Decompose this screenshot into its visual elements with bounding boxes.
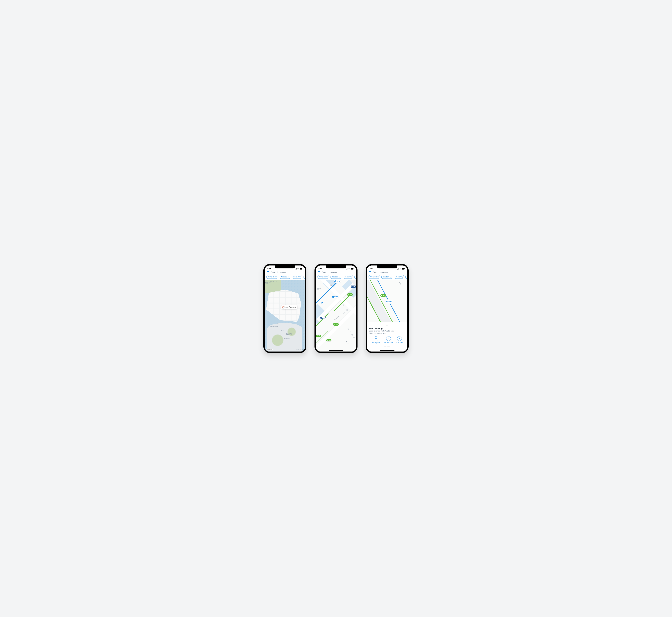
lot-marker[interactable]: P$8 bbox=[351, 285, 356, 288]
status-right bbox=[295, 268, 302, 270]
wifi-icon bbox=[297, 268, 299, 270]
set-parking-button[interactable]: Set as parking location bbox=[371, 336, 381, 345]
wifi-icon bbox=[400, 268, 401, 270]
free-parking-marker[interactable]: P16h bbox=[347, 293, 353, 296]
filter-duration[interactable]: Duration: 1h bbox=[330, 275, 342, 279]
lot-marker[interactable]: P$8.25 bbox=[320, 317, 326, 319]
filter-row[interactable]: Arrival: Now Duration: 1h Price: Any Typ bbox=[316, 274, 356, 280]
label-burlingame: BURLINGAME bbox=[296, 349, 304, 351]
notch bbox=[326, 265, 346, 268]
label-sanbruno: SAN BRUNO bbox=[283, 338, 290, 339]
sheet-handle-icon[interactable]: ︿ bbox=[369, 324, 405, 326]
meter-marker-dim[interactable]: ◔1h bbox=[317, 287, 322, 290]
chevron-down-icon: ⌄ bbox=[369, 348, 405, 349]
meter-marker[interactable]: ◔$2.50 bbox=[332, 295, 339, 298]
marker-time: 12h bbox=[383, 295, 385, 296]
filter-arrival[interactable]: Arrival: Now bbox=[317, 275, 329, 279]
see-more-button[interactable]: See more ⌄ bbox=[369, 346, 405, 349]
lot-price: $8 bbox=[353, 286, 355, 287]
signal-icon bbox=[295, 268, 297, 269]
phone-frame-1: 9:41 Search for parking Arrival: Now Dur… bbox=[263, 264, 306, 353]
filter-price[interactable]: Price: Any bbox=[343, 275, 353, 279]
no-parking-icon bbox=[350, 331, 351, 333]
land-bottom bbox=[267, 323, 302, 352]
phone-frame-2: 9:41 Search for parking Arrival: Now Dur… bbox=[314, 264, 358, 353]
screen-3: 9:41 Search for parking Arrival: Now Dur… bbox=[367, 265, 407, 352]
status-time: 9:41 bbox=[318, 268, 322, 270]
filter-arrival[interactable]: Arrival: Now bbox=[266, 275, 278, 279]
home-indicator[interactable] bbox=[380, 350, 395, 351]
menu-icon[interactable] bbox=[318, 271, 320, 273]
filter-type[interactable]: Typ bbox=[303, 275, 305, 279]
marker-time: 16h bbox=[350, 294, 352, 295]
marker-time: 16h bbox=[336, 324, 338, 325]
bottom-sheet[interactable]: ︿ Free of charge Street Cleaning starts … bbox=[367, 322, 407, 352]
no-parking-icon bbox=[343, 304, 344, 306]
no-parking-icon bbox=[348, 328, 349, 330]
home-indicator[interactable] bbox=[328, 350, 344, 351]
filter-arrival[interactable]: Arrival: Now bbox=[369, 275, 380, 279]
clock-icon: ◔ bbox=[316, 335, 318, 337]
search-input[interactable]: Search for parking bbox=[322, 271, 354, 273]
filter-type[interactable]: Typ bbox=[405, 275, 407, 279]
status-right bbox=[397, 268, 405, 270]
meter-marker[interactable]: ◔$2.50 bbox=[386, 300, 393, 303]
car-icon bbox=[374, 336, 378, 341]
meter-marker[interactable]: ◔$2.50 bbox=[334, 280, 341, 282]
search-input[interactable]: Search for parking bbox=[373, 271, 405, 273]
get-directions-button[interactable]: Get directions bbox=[384, 336, 393, 345]
mapbox-attribution[interactable]: ◎ mapbox bbox=[266, 349, 273, 351]
status-right bbox=[346, 268, 354, 270]
action-label: Set as parking location bbox=[371, 342, 381, 345]
sheet-subtitle-1: Street Cleaning starts Aug 13 8am bbox=[369, 330, 405, 332]
battery-icon bbox=[402, 268, 405, 269]
sheet-title: Free of charge bbox=[369, 327, 405, 330]
filter-row[interactable]: Arrival: Now Duration: 1h Price: Any Typ bbox=[367, 274, 407, 280]
map-area-detail[interactable]: Haight P12h ◔$2.50 ︿ Free of charge Stre… bbox=[367, 280, 407, 352]
menu-icon[interactable] bbox=[369, 271, 371, 273]
no-parking-icon bbox=[344, 313, 345, 314]
signal-icon bbox=[346, 268, 348, 269]
marker-time: 6h bbox=[329, 340, 330, 341]
status-time: 9:41 bbox=[267, 268, 271, 270]
street-label-howard: Howard St bbox=[334, 316, 339, 320]
meter-icon: ◔ bbox=[386, 300, 388, 302]
street-label-haight: Haight bbox=[399, 282, 402, 286]
search-bar: Search for parking bbox=[367, 270, 407, 274]
search-input[interactable]: Search for parking bbox=[271, 271, 303, 273]
map-area-street[interactable]: Howard St 7th St P P ◔$2.50 ◔1h ◔$2.50 ◔… bbox=[316, 280, 356, 352]
city-badge[interactable]: San Francisco bbox=[281, 305, 297, 309]
sheet-subtitle-2: 243 angels parked here bbox=[369, 332, 405, 335]
lot-p-icon: P bbox=[320, 318, 321, 319]
notch bbox=[275, 265, 295, 268]
label-daly: DALY CITY bbox=[277, 323, 282, 324]
lot-price: $8.25 bbox=[321, 318, 326, 319]
meter-pin-icon[interactable]: ◔ bbox=[321, 301, 323, 303]
filter-row[interactable]: Arrival: Now Duration: 1h Price: Any Typ bbox=[265, 274, 305, 280]
meter-marker-green[interactable]: ◔2h bbox=[316, 335, 321, 337]
parking-icon: P bbox=[381, 294, 383, 296]
label-headlands: Headlands (GNRA) bbox=[265, 282, 271, 284]
free-parking-marker[interactable]: P6h bbox=[326, 339, 331, 342]
mapbox-label: mapbox bbox=[268, 349, 272, 350]
battery-icon bbox=[351, 268, 354, 269]
filter-duration[interactable]: Duration: 1h bbox=[279, 275, 291, 279]
marker-time: 1h bbox=[319, 288, 321, 289]
marker-time: 2h bbox=[318, 335, 320, 337]
filter-price[interactable]: Price: Any bbox=[292, 275, 302, 279]
free-parking-marker[interactable]: P12h bbox=[380, 294, 386, 297]
meter-icon: ◔ bbox=[332, 296, 334, 298]
map-area-overview[interactable]: SAUSALITO Headlands (GNRA) San Francisco… bbox=[265, 280, 305, 352]
street-label-7th: 7th St bbox=[346, 341, 349, 344]
filter-type[interactable]: Typ bbox=[354, 275, 356, 279]
lot-ghost-icon: P bbox=[330, 284, 332, 286]
filter-duration[interactable]: Duration: 1h bbox=[381, 275, 393, 279]
no-parking-icon bbox=[354, 337, 355, 338]
free-parking-marker[interactable]: P16h bbox=[333, 323, 339, 326]
directions-icon bbox=[386, 336, 391, 341]
share-spot-button[interactable]: Share spot bbox=[396, 336, 403, 345]
share-icon bbox=[397, 336, 402, 341]
see-more-label: See more bbox=[384, 346, 390, 348]
filter-price[interactable]: Price: Any bbox=[394, 275, 404, 279]
menu-icon[interactable] bbox=[267, 271, 269, 273]
